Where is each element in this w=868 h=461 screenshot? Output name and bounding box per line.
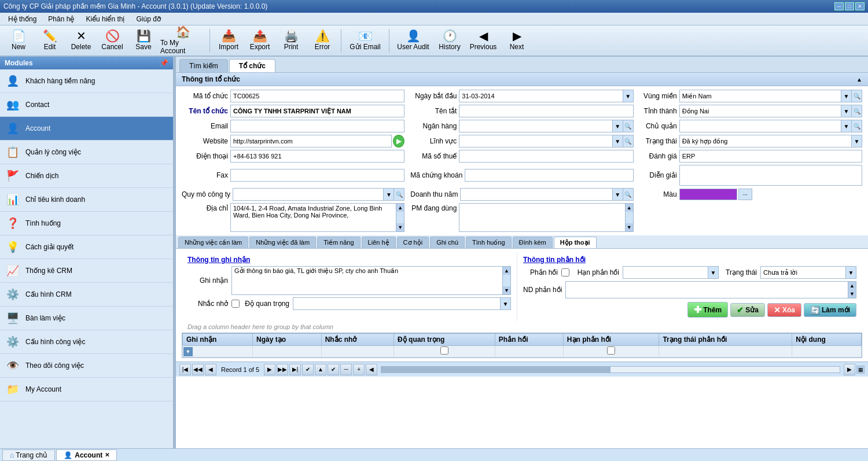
ghi-nhan-scroll-up[interactable]: ▲ (503, 267, 510, 275)
sub-tab-co-hoi[interactable]: Cơ hội (397, 237, 429, 248)
next-button[interactable]: ▶ Next (502, 27, 532, 54)
phan-hoi-checkbox[interactable] (561, 268, 569, 276)
dia-chi-scroll-down[interactable]: ▼ (396, 223, 404, 231)
sub-tab-viec-can-lam[interactable]: Những việc cần làm (178, 237, 248, 248)
them-button[interactable]: ✚ Thêm (687, 302, 728, 318)
xoa-button[interactable]: ✕ Xóa (767, 303, 801, 317)
nav-last-button[interactable]: ▶| (289, 364, 301, 375)
edit-button[interactable]: ✏️ Edit (35, 27, 65, 54)
menu-giup-do[interactable]: Giúp đỡ (130, 14, 166, 24)
linh-vuc-dropdown[interactable]: ▼ (613, 135, 623, 147)
tab-tim-kiem[interactable]: Tìm kiếm (179, 59, 228, 72)
col-ngay-tao[interactable]: Ngày tạo (253, 334, 322, 346)
ten-to-chuc-input[interactable] (230, 105, 404, 117)
sub-tab-viec-da-lam[interactable]: Những việc đã làm (249, 237, 316, 248)
bottom-tab-trang-chu[interactable]: ⌂ Trang chủ (2, 449, 55, 461)
ngay-bat-dau-dropdown[interactable]: ▼ (623, 90, 634, 102)
menu-kieu-hien-thi[interactable]: Kiểu hiển thị (80, 14, 130, 24)
sidebar-item-chi-tieu[interactable]: 📊 Chỉ tiêu kinh doanh (0, 188, 173, 212)
sub-tab-tiem-nang[interactable]: Tiềm năng (317, 237, 360, 248)
doanh-thu-input[interactable] (460, 188, 612, 201)
doanh-thu-search-btn[interactable]: 🔍 (623, 188, 634, 201)
bottom-tab-account[interactable]: 👤 Account ✕ (56, 449, 117, 461)
danh-gia-input[interactable] (679, 150, 862, 163)
nav-prev-button[interactable]: ◀◀ (192, 364, 204, 375)
previous-button[interactable]: ◀ Previous (466, 27, 501, 54)
dien-thoai-input[interactable] (230, 150, 404, 163)
delete-button[interactable]: ✕ Delete (66, 27, 96, 54)
ten-tat-input[interactable] (459, 105, 633, 117)
col-ghi-nhan[interactable]: Ghi nhận (183, 334, 253, 346)
ngan-hang-dropdown[interactable]: ▼ (613, 120, 623, 132)
error-button[interactable]: ⚠️ Error (307, 27, 337, 54)
han-phan-hoi-dropdown[interactable]: ▼ (708, 266, 719, 279)
sidebar-item-my-account[interactable]: 📁 My Account (0, 378, 173, 401)
sub-tab-ghi-chu[interactable]: Ghi chú (430, 237, 465, 248)
maximize-button[interactable]: □ (845, 2, 854, 10)
linh-vuc-search-btn[interactable]: 🔍 (623, 135, 634, 147)
pm-scroll-up[interactable]: ▲ (626, 204, 633, 212)
lam-moi-button[interactable]: 🔄 Làm mới (804, 303, 856, 317)
sub-tab-hop-thoai[interactable]: Hộp thoại (554, 237, 597, 248)
nav-first-button[interactable]: |◀ (179, 364, 191, 375)
new-button[interactable]: 📄 New (3, 27, 34, 54)
bottom-tab-close-icon[interactable]: ✕ (105, 452, 109, 458)
sidebar-item-theo-doi[interactable]: 👁️ Theo dõi công việc (0, 354, 173, 378)
to-my-account-button[interactable]: 🏠 To My Account (160, 27, 206, 54)
tinh-thanh-dropdown[interactable]: ▼ (841, 105, 852, 117)
quy-mo-search-btn[interactable]: 🔍 (394, 188, 404, 201)
dia-chi-scroll-up[interactable]: ▲ (396, 204, 404, 212)
col-do-quan-trong[interactable]: Độ quan trọng (394, 334, 495, 346)
dien-giai-input[interactable] (679, 165, 862, 186)
sub-tab-dinh-kem[interactable]: Đính kèm (513, 237, 553, 248)
filter-ghi-nhan[interactable]: ▼ (183, 347, 193, 356)
ma-chung-khoan-input[interactable] (465, 169, 633, 182)
menu-he-thong[interactable]: Hệ thống (2, 14, 42, 24)
sidebar-item-thong-ke[interactable]: 📈 Thống kê CRM (0, 259, 173, 283)
color-swatch[interactable] (679, 189, 737, 200)
quy-mo-dropdown[interactable]: ▼ (384, 188, 394, 201)
nav-refresh-button[interactable]: ✔ (302, 364, 314, 375)
chu-quan-search-btn[interactable]: 🔍 (852, 120, 862, 132)
col-trang-thai-phan-hoi[interactable]: Trạng thái phản hồi (659, 334, 792, 346)
do-quan-trong-dropdown[interactable]: ▼ (501, 297, 511, 310)
sua-button[interactable]: ✔ Sửa (730, 303, 765, 317)
save-button[interactable]: 💾 Save (128, 27, 159, 54)
ngay-bat-dau-input[interactable] (459, 90, 623, 102)
website-go-button[interactable]: ▶ (393, 135, 404, 147)
pm-dang-dung-input[interactable] (459, 203, 625, 232)
filter-nhac-nho-check[interactable] (440, 346, 448, 355)
vung-mien-input[interactable] (679, 90, 841, 102)
close-button[interactable]: ✕ (855, 2, 865, 10)
trang-thai-dropdown[interactable]: ▼ (852, 135, 862, 147)
sub-tab-tinh-huong[interactable]: Tình huống (466, 237, 512, 248)
dia-chi-input[interactable]: 104/4-1, 2-4 Road, Amata Industrial Zone… (230, 203, 396, 232)
history-button[interactable]: 🕐 History (435, 27, 465, 54)
print-button[interactable]: 🖨️ Print (276, 27, 306, 54)
fax-input[interactable] (230, 169, 404, 182)
tinh-thanh-input[interactable] (679, 105, 841, 117)
sidebar-item-cach-giai[interactable]: 💡 Cách giải quyết (0, 235, 173, 259)
nav-minus-button[interactable]: ─ (340, 364, 352, 375)
ma-so-thue-input[interactable] (459, 150, 633, 163)
nav-scrollbar[interactable] (381, 366, 840, 373)
filter-phan-hoi-check[interactable] (607, 346, 615, 355)
website-input[interactable] (230, 135, 392, 147)
ngan-hang-search-btn[interactable]: 🔍 (623, 120, 634, 132)
trang-thai-phan-hoi-dropdown[interactable]: ▼ (846, 266, 856, 279)
col-nhac-nho[interactable]: Nhắc nhở (321, 334, 393, 346)
minimize-button[interactable]: ─ (834, 2, 844, 10)
section-collapse-icon[interactable]: ▲ (856, 76, 862, 83)
ngan-hang-input[interactable] (459, 120, 612, 132)
cancel-button[interactable]: 🚫 Cancel (97, 27, 127, 54)
vung-mien-dropdown[interactable]: ▼ (841, 90, 852, 102)
nav-table-icon[interactable]: ▦ (856, 366, 865, 374)
sub-tab-lien-he[interactable]: Liên hệ (362, 237, 396, 248)
col-phan-hoi[interactable]: Phản hồi (495, 334, 563, 346)
nhac-nho-checkbox[interactable] (231, 300, 240, 308)
chu-quan-input[interactable] (679, 120, 841, 132)
nav-arrow-left-button[interactable]: ◀ (366, 364, 377, 375)
import-button[interactable]: 📥 Import (214, 27, 244, 54)
nav-forward-button[interactable]: ▶ (264, 364, 275, 375)
chu-quan-dropdown[interactable]: ▼ (841, 120, 852, 132)
